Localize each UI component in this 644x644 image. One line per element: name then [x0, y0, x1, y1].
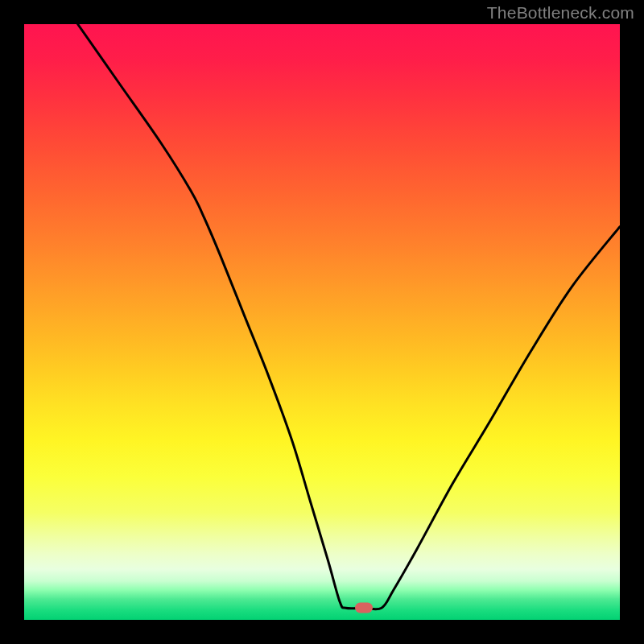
optimal-point-marker: [355, 603, 373, 613]
watermark-text: TheBottleneck.com: [487, 3, 634, 23]
bottleneck-curve: [78, 24, 620, 609]
curve-layer: [24, 24, 620, 620]
plot-area: [24, 24, 620, 620]
chart-frame: TheBottleneck.com: [0, 0, 644, 644]
